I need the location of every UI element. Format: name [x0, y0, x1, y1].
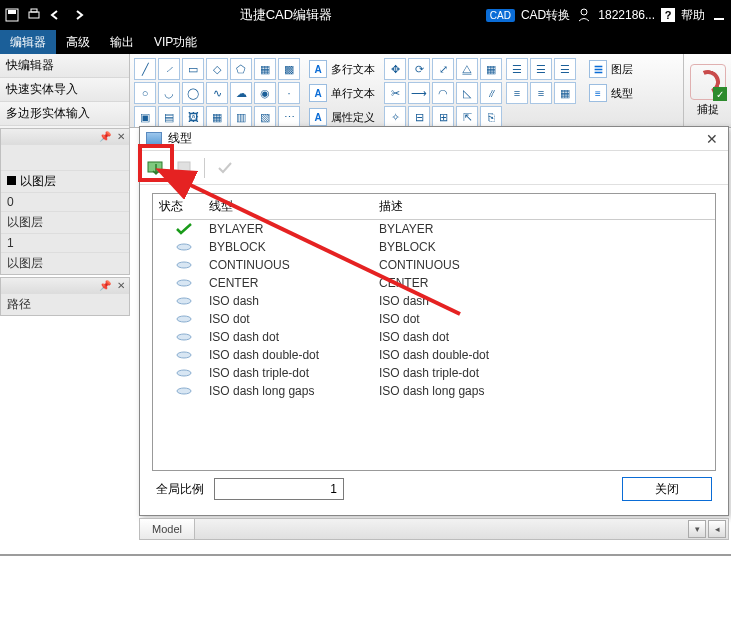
save-icon[interactable]: [4, 7, 20, 23]
menu-vip[interactable]: VIP功能: [144, 30, 207, 54]
linetype-row[interactable]: ISO dotISO dot: [153, 310, 715, 328]
load-linetype-button[interactable]: [144, 156, 168, 180]
spline-icon[interactable]: ∿: [206, 82, 228, 104]
copy-icon[interactable]: ⎘: [480, 106, 502, 127]
help-label[interactable]: 帮助: [681, 7, 705, 24]
table-icon[interactable]: ▥: [230, 106, 252, 127]
svg-point-15: [177, 370, 191, 376]
cad-convert-link[interactable]: CAD转换: [521, 7, 570, 24]
donut-icon[interactable]: ◉: [254, 82, 276, 104]
linetype-row[interactable]: CENTERCENTER: [153, 274, 715, 292]
panel-close-icon[interactable]: ✕: [117, 280, 125, 291]
single-text-button[interactable]: A单行文本: [304, 82, 380, 104]
layer-row[interactable]: 以图层: [1, 211, 129, 233]
block-icon[interactable]: ▣: [134, 106, 156, 127]
line-icon[interactable]: ╱: [134, 58, 156, 80]
user-label[interactable]: 1822186...: [598, 8, 655, 22]
move-icon[interactable]: ✥: [384, 58, 406, 80]
insert-icon[interactable]: ▤: [158, 106, 180, 127]
scroll-down-icon[interactable]: ▾: [688, 520, 706, 538]
layer2-icon[interactable]: ☰: [530, 58, 552, 80]
dialog-close-icon[interactable]: ✕: [702, 131, 722, 147]
region-icon[interactable]: ▩: [278, 58, 300, 80]
minimize-icon[interactable]: [711, 7, 727, 23]
linetype-button[interactable]: ≡线型: [584, 82, 638, 104]
rect2-icon[interactable]: ◇: [206, 58, 228, 80]
linetype-desc: CONTINUOUS: [379, 258, 709, 272]
ribbon-left-item[interactable]: 多边形实体输入: [0, 102, 129, 126]
point-icon[interactable]: ·: [278, 82, 300, 104]
mirror-icon[interactable]: ⧋: [456, 58, 478, 80]
dialog-title: 线型: [168, 130, 702, 147]
print-icon[interactable]: [26, 7, 42, 23]
ellipse-icon[interactable]: ◯: [182, 82, 204, 104]
bottom-separator: [0, 554, 731, 556]
lineweight-icon[interactable]: ≡: [530, 82, 552, 104]
attr-def-button[interactable]: A属性定义: [304, 106, 380, 127]
linetype-row[interactable]: BYBLOCKBYBLOCK: [153, 238, 715, 256]
array-icon[interactable]: ▦: [480, 58, 502, 80]
hatch-icon[interactable]: ▦: [254, 58, 276, 80]
join-icon[interactable]: ⊞: [432, 106, 454, 127]
layer-button[interactable]: ☰图层: [584, 58, 638, 80]
menu-advanced[interactable]: 高级: [56, 30, 100, 54]
layer-row[interactable]: 以图层: [1, 170, 129, 192]
linetype-row[interactable]: CONTINUOUSCONTINUOUS: [153, 256, 715, 274]
xref-icon[interactable]: ▦: [206, 106, 228, 127]
color-icon[interactable]: ▦: [554, 82, 576, 104]
explode-icon[interactable]: ✧: [384, 106, 406, 127]
ribbon-left-item[interactable]: 快速实体导入: [0, 78, 129, 102]
scale-icon[interactable]: ⤢: [432, 58, 454, 80]
image-icon[interactable]: 🖼: [182, 106, 204, 127]
polyline-icon[interactable]: ⟋: [158, 58, 180, 80]
layer-icon[interactable]: ☰: [506, 58, 528, 80]
linetype-row[interactable]: ISO dash triple-dotISO dash triple-dot: [153, 364, 715, 382]
layer3-icon[interactable]: ☰: [554, 58, 576, 80]
linetype-row[interactable]: BYLAYERBYLAYER: [153, 220, 715, 238]
rect-icon[interactable]: ▭: [182, 58, 204, 80]
help-icon[interactable]: ?: [661, 8, 675, 22]
more-icon[interactable]: ⋯: [278, 106, 300, 127]
break-icon[interactable]: ⊟: [408, 106, 430, 127]
linetype-icon[interactable]: ≡: [506, 82, 528, 104]
capture-icon[interactable]: ✓: [690, 64, 726, 100]
linetype-row[interactable]: ISO dashISO dash: [153, 292, 715, 310]
polygon-icon[interactable]: ⬠: [230, 58, 252, 80]
wipeout-icon[interactable]: ▧: [254, 106, 276, 127]
cloud-icon[interactable]: ☁: [230, 82, 252, 104]
undo-icon[interactable]: [48, 7, 64, 23]
rotate-icon[interactable]: ⟳: [408, 58, 430, 80]
close-button[interactable]: 关闭: [622, 477, 712, 501]
layer-row-1[interactable]: 1: [1, 233, 129, 252]
redo-icon[interactable]: [70, 7, 86, 23]
panel-close-icon[interactable]: ✕: [117, 131, 125, 142]
scroll-left-icon[interactable]: ◂: [708, 520, 726, 538]
linetype-row[interactable]: ISO dash double-dotISO dash double-dot: [153, 346, 715, 364]
menu-output[interactable]: 输出: [100, 30, 144, 54]
pin-icon[interactable]: 📌: [99, 280, 111, 291]
attr-icon: A: [309, 108, 327, 126]
model-tab[interactable]: Model: [140, 519, 195, 539]
pin-icon[interactable]: 📌: [99, 131, 111, 142]
menu-editor[interactable]: 编辑器: [0, 30, 56, 54]
extend-icon[interactable]: ⟶: [408, 82, 430, 104]
user-icon[interactable]: [576, 7, 592, 23]
scale-input[interactable]: [214, 478, 344, 500]
chamfer-icon[interactable]: ◺: [456, 82, 478, 104]
path-row[interactable]: 路径: [1, 293, 129, 315]
linetype-list[interactable]: 状态 线型 描述 BYLAYERBYLAYERBYBLOCKBYBLOCKCON…: [152, 193, 716, 471]
stretch-icon[interactable]: ⇱: [456, 106, 478, 127]
ribbon-left-item[interactable]: 快编辑器: [0, 54, 129, 78]
trim-icon[interactable]: ✂: [384, 82, 406, 104]
offset-icon[interactable]: ⫽: [480, 82, 502, 104]
linetype-row[interactable]: ISO dash long gapsISO dash long gaps: [153, 382, 715, 400]
linetype-row[interactable]: ISO dash dotISO dash dot: [153, 328, 715, 346]
layer-row-0[interactable]: 0: [1, 192, 129, 211]
svg-point-4: [581, 9, 587, 15]
fillet-icon[interactable]: ◠: [432, 82, 454, 104]
circle-icon[interactable]: ○: [134, 82, 156, 104]
linetype-name: CONTINUOUS: [209, 258, 379, 272]
arc-icon[interactable]: ◡: [158, 82, 180, 104]
layer-row[interactable]: 以图层: [1, 252, 129, 274]
multiline-text-button[interactable]: A多行文本: [304, 58, 380, 80]
